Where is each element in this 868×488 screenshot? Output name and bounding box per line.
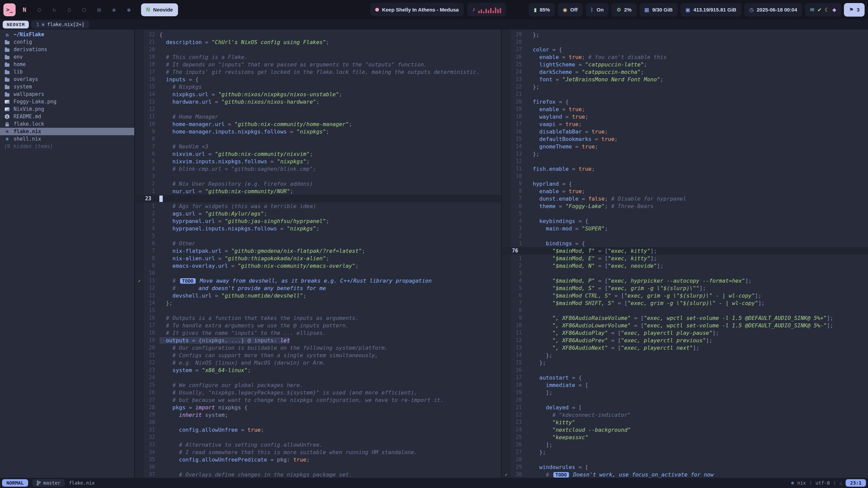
tree-item-wallpapers[interactable]: wallpapers — [0, 90, 134, 98]
code-line[interactable]: 1 bindings = { — [502, 240, 868, 247]
tree-item-system[interactable]: system — [0, 83, 134, 90]
visualizer-widget[interactable]: ♪ — [467, 3, 506, 16]
code-line[interactable]: 10 — [135, 269, 501, 277]
code-line[interactable]: 12 ", XF86AudioPrev" = ["exec, playerctl… — [502, 337, 868, 344]
tree-root[interactable]: ⌂~/NixFlake — [0, 31, 134, 38]
code-line[interactable]: 6 "$mainMod CTRL, S" = ["exec, grim -g \… — [502, 292, 868, 299]
memory-widget[interactable]: ▦9/30 GiB — [639, 3, 678, 17]
check-icon[interactable]: ✔ — [817, 7, 822, 13]
workspace-terminal[interactable]: >_ — [3, 3, 16, 16]
code-line[interactable]: 35 config.allowUnfreePredicate = pkg: tr… — [135, 456, 501, 463]
code-line[interactable]: 5 — [502, 210, 868, 217]
code-line[interactable]: 13 }; — [502, 150, 868, 158]
code-line[interactable]: 76 "$mainMod, T" = ["exec, kitty"]; — [502, 247, 868, 255]
code-line[interactable]: 20 # Our configuration is buildable on t… — [135, 344, 501, 351]
code-line[interactable]: 34 # I read somewhere that this is more … — [135, 448, 501, 456]
vpn-icon[interactable]: ◆ — [832, 7, 836, 13]
code-line[interactable]: 25 # We configure our global packages he… — [135, 381, 501, 389]
code-line[interactable]: 8 — [502, 307, 868, 314]
code-line[interactable]: 4 # blink-cmp.url = "github:saghen/blink… — [135, 165, 501, 172]
code-line[interactable]: 10 ", XF86AudioLowerVolume" = ["exec, wp… — [502, 322, 868, 329]
code-line[interactable]: 5 "$mainMod, S" = ["exec, grim -g \"$(sl… — [502, 284, 868, 292]
code-line[interactable]: 21 # Configs can support more than a sin… — [135, 351, 501, 359]
code-line[interactable]: 8 enable = true; — [502, 187, 868, 195]
code-line[interactable]: 16 disableTabBar = true; — [502, 128, 868, 135]
code-line[interactable]: 21 — [502, 90, 868, 98]
code-line[interactable]: 5 nixvim.inputs.nixpkgs.follows = "nixpk… — [135, 158, 501, 165]
code-line[interactable]: 19 outputs = {nixpkgs, ...} @ inputs: le… — [135, 337, 501, 344]
workspace-web[interactable]: ○ — [33, 3, 45, 16]
idle-inhibitor-widget[interactable]: ◉Off — [558, 3, 583, 17]
code-line[interactable]: 18 immediate = [ — [502, 381, 868, 389]
tree-item-overlays[interactable]: overlays — [0, 76, 134, 83]
code-line[interactable]: 15 # Nixpkgs — [135, 83, 501, 90]
code-line[interactable]: 3 — [135, 172, 501, 180]
code-line[interactable]: 1 nur.url = "github:nix-community/NUR"; — [135, 187, 501, 195]
code-line[interactable]: 28 pkgs = import nixpkgs { — [135, 404, 501, 411]
workspace-neovim[interactable]: N — [18, 3, 31, 16]
code-line[interactable]: 27 }; — [502, 448, 868, 456]
code-line[interactable]: 33 # Alternative to setting config.allow… — [135, 441, 501, 448]
mail-icon[interactable]: ✉ — [810, 7, 814, 13]
tree-item-config[interactable]: config — [0, 38, 134, 46]
code-line[interactable]: 23 "kitty" — [502, 419, 868, 426]
code-line[interactable]: 20 — [502, 396, 868, 404]
code-line[interactable]: 12 — [135, 105, 501, 113]
tree-item-flake.nix[interactable]: ❄flake.nix — [0, 128, 134, 135]
workspace-monitor[interactable]: ▤ — [93, 3, 105, 16]
tree-item-lib[interactable]: lib — [0, 68, 134, 76]
workspace-music[interactable]: ○ — [63, 3, 75, 16]
code-line[interactable]: 29 }; — [502, 31, 868, 38]
code-line[interactable]: 26 ]; — [502, 441, 868, 448]
git-branch[interactable]: master — [32, 479, 65, 487]
tree-item-env[interactable]: env — [0, 53, 134, 61]
code-line[interactable]: 10 home-manager.url = "github:nix-commun… — [135, 120, 501, 128]
code-line[interactable]: 3 main-mod = "SUPER"; — [502, 225, 868, 232]
code-line[interactable]: 11 # Home Manager — [135, 113, 501, 120]
code-line[interactable]: 14 }; — [502, 351, 868, 359]
code-line[interactable]: 8 nix-alien.url = "github:thiagokokada/n… — [135, 255, 501, 262]
code-line[interactable]: 18 # It depends on "inputs" that are pas… — [135, 61, 501, 68]
code-line[interactable]: 11 fish.enable = true; — [502, 165, 868, 172]
tree-item-home[interactable]: home — [0, 61, 134, 68]
code-line[interactable]: 1 "$mainMod, E" = ["exec, kitty"]; — [502, 255, 868, 262]
code-line[interactable]: 19 ]; — [502, 389, 868, 396]
code-line[interactable]: 12 # and doesn't provide any benefits fo… — [135, 284, 501, 292]
code-line[interactable]: 3 hyprpanel.url = "github:jas-singhfsu/h… — [135, 217, 501, 225]
code-line[interactable]: 11 ", XF86AudioPlay" = ["exec, playerctl… — [502, 329, 868, 337]
code-line[interactable]: 23 system = "x86_64-linux"; — [135, 366, 501, 374]
code-line[interactable]: ✓30 # TODO Doesn't work, use focus_on_ac… — [502, 471, 868, 478]
workspace-chat[interactable]: ◉ — [108, 3, 120, 16]
code-line[interactable]: 7 nix-flatpak.url = "github:gmodena/nix-… — [135, 247, 501, 255]
code-line[interactable]: 21 description = "ChUrl's NixOS config u… — [135, 38, 501, 46]
music-widget[interactable]: Keep Shelly In Athens - Medusa — [370, 3, 464, 16]
code-line[interactable]: 1 # Ags for widgets (this was a terrible… — [135, 202, 501, 210]
shield-icon[interactable]: ☾ — [825, 7, 829, 13]
code-line[interactable]: 25 "keepassxc" — [502, 433, 868, 441]
tab-flake-nix[interactable]: 1 ❄ flake.nix[2+] — [32, 20, 89, 28]
code-line[interactable]: 17 # The inputs' git revisions get locke… — [135, 68, 501, 76]
clock-widget[interactable]: ◷2025-06-18 00:04 — [744, 3, 802, 17]
code-line[interactable]: 21 delayed = [ — [502, 404, 868, 411]
code-line[interactable]: 19 # This config is a Flake. — [135, 53, 501, 61]
code-line[interactable]: 25 lightScheme = "catppuccin-latte"; — [502, 61, 868, 68]
tree-item-flake.lock[interactable]: flake.lock — [0, 120, 134, 128]
code-line[interactable]: 15 }; — [502, 359, 868, 366]
code-line[interactable]: 9 ", XF86AudioRaiseVolume" = ["exec, wpc… — [502, 314, 868, 322]
code-line[interactable]: 27 color = { — [502, 46, 868, 53]
workspace-window[interactable]: ▢ — [78, 3, 90, 16]
code-line[interactable]: 31 config.allowUnfree = true; — [135, 426, 501, 433]
code-line[interactable]: 16 — [502, 366, 868, 374]
code-line[interactable]: 22 # e.g. NixOS (linux) and MacOS (darwi… — [135, 359, 501, 366]
code-line[interactable]: 16 inputs = { — [135, 76, 501, 83]
code-line[interactable]: 12 — [502, 158, 868, 165]
code-line[interactable]: 7 # NeoVim <3 — [135, 143, 501, 150]
code-line[interactable]: 22 # "kdeconnect-indicator" — [502, 411, 868, 419]
code-line[interactable]: 6 # Other — [135, 240, 501, 247]
tree-item-NixVim.png[interactable]: NixVim.png — [0, 105, 134, 113]
code-line[interactable]: 20 — [135, 46, 501, 53]
code-line[interactable]: 22{ — [135, 31, 501, 38]
code-line[interactable]: 14 gnomeTheme = true; — [502, 143, 868, 150]
code-line[interactable]: 18 wayland = true; — [502, 113, 868, 120]
code-line[interactable]: 22 }; — [502, 83, 868, 90]
